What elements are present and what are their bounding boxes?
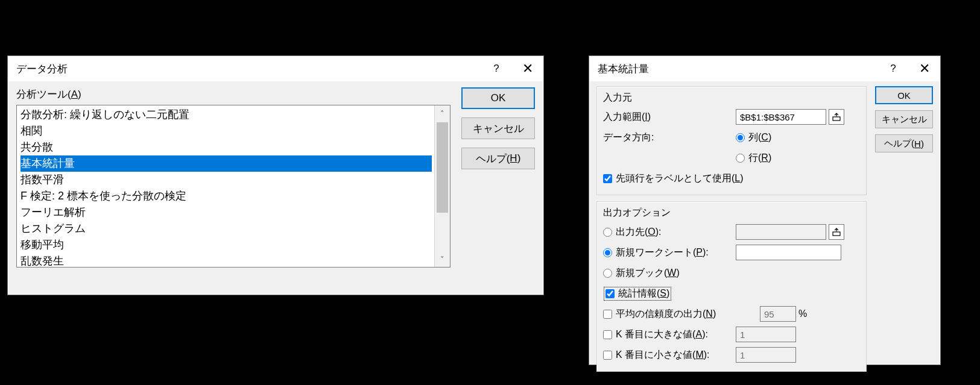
scroll-down-icon[interactable]: ˅	[435, 251, 450, 267]
titlebar: 基本統計量 ? ✕	[589, 56, 940, 81]
input-section-label: 入力元	[603, 92, 860, 104]
range-picker-icon[interactable]	[829, 224, 844, 240]
input-group: 入力元 入力範囲(I) データ方向: 列(C)	[596, 86, 867, 195]
scroll-thumb[interactable]	[437, 122, 448, 213]
scrollbar[interactable]: ˄ ˅	[434, 105, 450, 267]
list-item[interactable]: 移動平均	[21, 237, 432, 253]
output-group: 出力オプション 出力先(O): 新規ワークシート(P):	[596, 201, 867, 372]
kth-largest-checkbox[interactable]: K 番目に大きな値(A):	[603, 328, 736, 341]
kth-smallest-checkbox[interactable]: K 番目に小さな値(M):	[603, 349, 736, 362]
list-item[interactable]: 相関	[21, 123, 432, 139]
kth-smallest-field	[736, 347, 796, 363]
close-icon[interactable]: ✕	[512, 56, 543, 81]
confidence-level-field	[760, 306, 796, 322]
range-picker-icon[interactable]	[829, 109, 844, 125]
close-icon[interactable]: ✕	[909, 56, 940, 81]
output-section-label: 出力オプション	[603, 207, 860, 219]
new-workbook-radio[interactable]: 新規ブック(W)	[603, 267, 680, 280]
data-direction-label: データ方向:	[603, 131, 736, 144]
tools-label: 分析ツール(A)	[16, 87, 450, 101]
ok-button[interactable]: OK	[875, 86, 933, 104]
scroll-up-icon[interactable]: ˄	[435, 105, 450, 121]
confidence-level-checkbox[interactable]: 平均の信頼度の出力(N)	[603, 308, 760, 321]
dialog-title: 基本統計量	[598, 62, 877, 76]
svg-rect-0	[833, 117, 840, 121]
list-item[interactable]: 分散分析: 繰り返しのない二元配置	[21, 107, 432, 123]
direction-columns-radio[interactable]: 列(C)	[736, 131, 771, 144]
new-worksheet-name-field[interactable]	[736, 245, 841, 260]
tools-listbox[interactable]: 分散分析: 繰り返しのない二元配置相関共分散基本統計量指数平滑F 検定: 2 標…	[16, 105, 450, 268]
descriptive-stats-dialog: 基本統計量 ? ✕ 入力元 入力範囲(I) データ方向:	[589, 55, 941, 365]
list-item[interactable]: 基本統計量	[21, 155, 432, 172]
list-item[interactable]: F 検定: 2 標本を使った分散の検定	[21, 188, 432, 204]
cancel-button[interactable]: キャンセル	[461, 117, 535, 139]
kth-largest-field	[736, 327, 796, 342]
ok-button[interactable]: OK	[461, 87, 535, 109]
input-range-field[interactable]	[736, 109, 826, 125]
list-item[interactable]: 指数平滑	[21, 172, 432, 188]
help-icon[interactable]: ?	[481, 56, 512, 81]
help-button[interactable]: ヘルプ(H)	[875, 134, 933, 152]
percent-label: %	[796, 308, 807, 319]
output-range-radio[interactable]: 出力先(O):	[603, 226, 736, 239]
list-item[interactable]: フーリエ解析	[21, 204, 432, 221]
svg-rect-1	[833, 232, 840, 236]
help-icon[interactable]: ?	[877, 56, 909, 81]
output-range-field	[736, 224, 826, 240]
list-item[interactable]: ヒストグラム	[21, 221, 432, 237]
dialog-title: データ分析	[16, 62, 481, 76]
direction-rows-radio[interactable]: 行(R)	[736, 152, 771, 164]
titlebar: データ分析 ? ✕	[8, 56, 543, 81]
labels-first-row-checkbox[interactable]: 先頭行をラベルとして使用(L)	[603, 172, 744, 185]
input-range-label: 入力範囲(I)	[603, 111, 736, 124]
cancel-button[interactable]: キャンセル	[875, 110, 933, 128]
data-analysis-dialog: データ分析 ? ✕ 分析ツール(A) 分散分析: 繰り返しのない二元配置相関共分…	[7, 55, 544, 295]
list-item[interactable]: 共分散	[21, 139, 432, 155]
new-worksheet-radio[interactable]: 新規ワークシート(P):	[603, 246, 736, 259]
list-item[interactable]: 乱数発生	[21, 253, 432, 268]
help-button[interactable]: ヘルプ(H)	[461, 148, 535, 169]
summary-stats-checkbox[interactable]: 統計情報(S)	[603, 286, 672, 301]
